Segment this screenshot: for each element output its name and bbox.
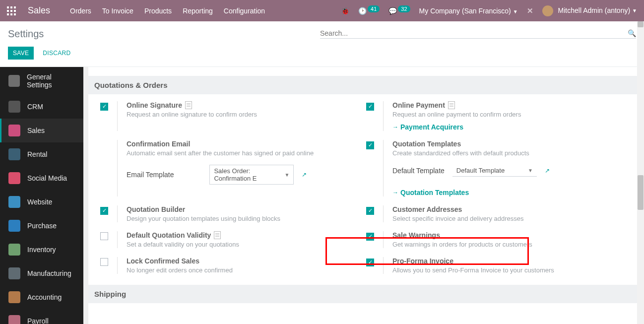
search-bar[interactable]: 🔍 — [320, 29, 636, 39]
window-scrollbar[interactable] — [637, 21, 644, 324]
setting-confirmation-email: Confirmation Email — [127, 140, 190, 148]
sidebar-item-purchase[interactable]: Purchase — [0, 214, 83, 238]
svg-rect-5 — [14, 10, 16, 12]
checkbox-default-quotation-validity[interactable] — [100, 232, 108, 240]
nav-orders[interactable]: Orders — [70, 7, 91, 15]
avatar — [542, 5, 553, 16]
settings-main: Quotations & Orders Online Signature Req… — [88, 67, 644, 324]
settings-sidebar: General SettingsCRMSalesRentalSocial Med… — [0, 67, 88, 324]
label-email-template: Email Template — [127, 171, 174, 179]
search-input[interactable] — [320, 29, 628, 37]
nav-to-invoice[interactable]: To Invoice — [102, 7, 133, 15]
svg-rect-6 — [7, 13, 9, 15]
save-button[interactable]: SAVE — [8, 47, 34, 60]
user-menu[interactable]: Mitchell Admin (antony)▼ — [542, 5, 637, 16]
setting-lock-confirmed-sales: Lock Confirmed Sales — [127, 257, 199, 265]
section-quotations-orders: Quotations & Orders — [88, 76, 644, 94]
apps-icon[interactable] — [7, 6, 16, 15]
sidebar-item-label: Rental — [27, 150, 47, 158]
sidebar-item-payroll[interactable]: Payroll — [0, 309, 83, 324]
checkbox-quotation-builder[interactable] — [100, 207, 108, 215]
sidebar-item-label: Payroll — [27, 317, 49, 324]
nav-configuration[interactable]: Configuration — [224, 7, 265, 15]
activities-badge: 41 — [368, 5, 380, 12]
chevron-down-icon: ▼ — [632, 8, 637, 13]
sidebar-item-general-settings[interactable]: General Settings — [0, 67, 83, 95]
nav-menu: Orders To Invoice Products Reporting Con… — [70, 7, 265, 15]
enterprise-icon — [185, 101, 192, 109]
discard-button[interactable]: DISCARD — [38, 47, 75, 60]
checkbox-sale-warnings[interactable] — [366, 233, 374, 241]
sidebar-item-sales[interactable]: Sales — [0, 119, 83, 142]
chevron-down-icon: ▼ — [513, 9, 518, 14]
svg-rect-0 — [7, 6, 9, 8]
chevron-down-icon: ▼ — [285, 172, 290, 178]
arrow-right-icon: → — [392, 124, 398, 130]
gear-icon — [8, 75, 20, 87]
debug-icon[interactable]: 🐞 — [341, 7, 349, 15]
sidebar-item-label: Purchase — [27, 222, 57, 230]
sidebar-item-manufacturing[interactable]: Manufacturing — [0, 261, 83, 285]
checkbox-online-signature[interactable] — [100, 103, 108, 111]
social-icon — [8, 172, 20, 184]
mfg-icon — [8, 267, 20, 279]
setting-sale-warnings: Sale Warnings — [392, 231, 440, 239]
search-icon[interactable]: 🔍 — [628, 29, 636, 37]
checkbox-proforma-invoice[interactable] — [366, 259, 374, 266]
nav-products[interactable]: Products — [144, 7, 172, 15]
sidebar-item-social-media[interactable]: Social Media — [0, 166, 83, 190]
setting-online-payment: Online Payment — [392, 101, 445, 109]
svg-rect-1 — [10, 6, 12, 8]
company-switcher[interactable]: My Company (San Francisco)▼ — [419, 7, 518, 15]
sidebar-item-label: Social Media — [27, 174, 67, 182]
setting-proforma-invoice: Pro-Forma Invoice — [392, 257, 453, 265]
link-quotation-templates[interactable]: →Quotation Templates — [392, 189, 469, 196]
inventory-icon — [8, 244, 20, 256]
purchase-icon — [8, 220, 20, 232]
crm-icon — [8, 101, 20, 113]
sidebar-item-rental[interactable]: Rental — [0, 142, 83, 166]
enterprise-icon — [214, 231, 221, 239]
control-panel: Settings 🔍 SAVE DISCARD — [0, 21, 644, 67]
chat-icon: 💬 — [388, 7, 397, 15]
setting-quotation-templates: Quotation Templates — [392, 140, 461, 148]
rental-icon — [8, 148, 20, 160]
discuss-badge: 32 — [398, 5, 410, 12]
nav-reporting[interactable]: Reporting — [183, 7, 213, 15]
label-default-template: Default Template — [392, 167, 445, 175]
brand: Sales — [28, 5, 50, 16]
sidebar-item-inventory[interactable]: Inventory — [0, 238, 83, 261]
select-email-template[interactable]: Sales Order: Confirmation E▼ — [209, 165, 294, 185]
discuss-button[interactable]: 💬 32 — [388, 7, 410, 15]
svg-rect-4 — [10, 10, 12, 12]
chevron-down-icon: ▼ — [528, 168, 533, 173]
checkbox-quotation-templates[interactable] — [366, 141, 374, 149]
sidebar-item-label: General Settings — [27, 73, 76, 89]
svg-rect-8 — [14, 13, 16, 15]
checkbox-online-payment[interactable] — [366, 103, 374, 111]
top-nav: Sales Orders To Invoice Products Reporti… — [0, 0, 644, 21]
checkbox-customer-addresses[interactable] — [366, 207, 374, 215]
sidebar-item-label: Accounting — [27, 293, 62, 301]
sidebar-item-label: Inventory — [27, 246, 56, 254]
acct-icon — [8, 291, 20, 303]
sidebar-item-label: Manufacturing — [27, 269, 71, 277]
dev-mode-icon[interactable]: ✕ — [527, 6, 533, 15]
select-default-template[interactable]: Default Template▼ — [452, 165, 537, 177]
setting-online-signature: Online Signature — [127, 101, 182, 109]
svg-rect-3 — [7, 10, 9, 12]
sidebar-item-website[interactable]: Website — [0, 190, 83, 214]
external-link-icon[interactable]: ↗ — [545, 167, 550, 174]
section-shipping: Shipping — [88, 285, 644, 303]
activities-button[interactable]: 🕑 41 — [358, 7, 380, 15]
clock-icon: 🕑 — [358, 7, 367, 15]
link-payment-acquirers[interactable]: →Payment Acquirers — [392, 123, 463, 131]
checkbox-lock-confirmed-sales[interactable] — [100, 258, 108, 266]
setting-customer-addresses: Customer Addresses — [392, 205, 462, 213]
sidebar-item-accounting[interactable]: Accounting — [0, 285, 83, 309]
setting-quotation-builder: Quotation Builder — [127, 205, 185, 213]
arrow-right-icon: → — [392, 189, 398, 196]
sidebar-item-crm[interactable]: CRM — [0, 95, 83, 119]
sidebar-item-label: Sales — [27, 127, 45, 134]
external-link-icon[interactable]: ↗ — [302, 171, 307, 178]
